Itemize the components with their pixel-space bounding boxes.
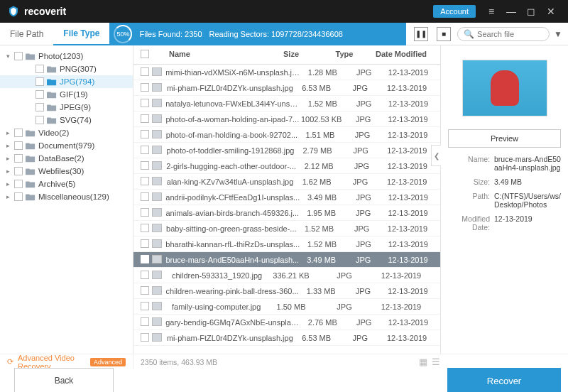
tab-file-type[interactable]: File Type bbox=[53, 23, 109, 45]
row-checkbox[interactable] bbox=[141, 114, 149, 123]
minimize-icon[interactable]: — bbox=[501, 6, 521, 17]
tree-item[interactable]: SVG(74) bbox=[0, 114, 133, 126]
tree-item[interactable]: ▸Webfiles(30) bbox=[0, 165, 133, 178]
col-size[interactable]: Size bbox=[263, 50, 320, 60]
tree-item[interactable]: ▸Archive(5) bbox=[0, 178, 133, 190]
table-row[interactable]: mi-pham-FtZL0r4DZYk-unsplash.jpg6.53 MBJ… bbox=[133, 330, 440, 346]
col-name[interactable]: Name bbox=[169, 50, 263, 60]
table-row[interactable]: children-wearing-pink-ball-dress-360...1… bbox=[133, 283, 440, 299]
table-row[interactable]: photo-of-man-holding-a-book-92702...1.51… bbox=[133, 127, 440, 143]
search-box[interactable]: 🔍 bbox=[457, 27, 550, 41]
row-checkbox[interactable] bbox=[141, 239, 149, 248]
row-checkbox[interactable] bbox=[141, 177, 149, 185]
menu-icon[interactable]: ≡ bbox=[481, 6, 501, 17]
checkbox[interactable] bbox=[14, 141, 23, 150]
chevron-icon[interactable]: ▸ bbox=[4, 180, 11, 187]
chevron-icon[interactable]: ▸ bbox=[4, 142, 11, 149]
table-row[interactable]: animals-avian-birds-branch-459326.j...1.… bbox=[133, 205, 440, 221]
view-list-icon[interactable]: ☰ bbox=[432, 356, 440, 367]
col-date[interactable]: Date Modified bbox=[369, 50, 433, 60]
row-checkbox[interactable] bbox=[141, 333, 149, 342]
chevron-icon[interactable] bbox=[26, 104, 33, 111]
chevron-icon[interactable] bbox=[26, 78, 33, 85]
back-button[interactable]: Back bbox=[14, 368, 114, 392]
table-row[interactable]: mimi-thian-vdXMSiX-n6M-unsplash.jpg1.28 … bbox=[133, 65, 440, 80]
checkbox[interactable] bbox=[36, 103, 44, 111]
row-checkbox[interactable] bbox=[141, 146, 149, 154]
tree-item[interactable]: JPEG(9) bbox=[0, 101, 133, 114]
view-grid-icon[interactable]: ▦ bbox=[419, 356, 427, 367]
table-row[interactable]: mi-pham-FtZL0r4DZYk-unsplash.jpg6.53 MBJ… bbox=[133, 80, 440, 96]
filter-icon[interactable]: ▼ bbox=[554, 29, 562, 39]
row-checkbox[interactable] bbox=[141, 83, 149, 92]
collapse-preview-icon[interactable]: ❮ bbox=[431, 145, 441, 166]
chevron-icon[interactable]: ▾ bbox=[4, 53, 11, 60]
table-row[interactable]: baby-sitting-on-green-grass-beside-...1.… bbox=[133, 221, 440, 236]
checkbox[interactable] bbox=[14, 129, 23, 137]
recover-button[interactable]: Recover bbox=[447, 368, 561, 392]
row-checkbox[interactable] bbox=[141, 208, 149, 217]
chevron-icon[interactable]: ▸ bbox=[4, 129, 11, 136]
checkbox[interactable] bbox=[14, 192, 23, 201]
stop-button[interactable]: ■ bbox=[437, 27, 451, 41]
tree-item[interactable]: ▸Video(2) bbox=[0, 126, 133, 139]
row-checkbox[interactable] bbox=[141, 255, 149, 263]
close-icon[interactable]: ✕ bbox=[541, 6, 561, 17]
tree-item[interactable]: GIF(19) bbox=[0, 88, 133, 101]
row-checkbox[interactable] bbox=[141, 161, 149, 170]
table-row[interactable]: bharathi-kannan-rfL-thiRzDs-unsplas...1.… bbox=[133, 236, 440, 252]
tree-item[interactable]: JPG(794) bbox=[0, 75, 133, 88]
table-row[interactable]: photo-of-toddler-smiling-1912868.jpg2.79… bbox=[133, 143, 440, 158]
tree-item[interactable]: PNG(307) bbox=[0, 62, 133, 75]
tree-item[interactable]: ▾Photo(1203) bbox=[0, 50, 133, 62]
checkbox[interactable] bbox=[36, 65, 44, 73]
checkbox[interactable] bbox=[36, 77, 44, 86]
table-row[interactable]: andrii-podilnyk-CFtfEeaDg1I-unsplas...3.… bbox=[133, 190, 440, 205]
maximize-icon[interactable]: ◻ bbox=[521, 6, 541, 17]
table-row[interactable]: natalya-letunova-FWxEbL34i4Y-unspl...1.5… bbox=[133, 96, 440, 111]
chevron-icon[interactable] bbox=[26, 116, 33, 124]
search-input[interactable] bbox=[477, 30, 541, 38]
row-checkbox[interactable] bbox=[141, 286, 149, 295]
table-row[interactable]: family-using-computer.jpg1.50 MBJPG12-13… bbox=[133, 299, 440, 315]
chevron-icon[interactable] bbox=[26, 91, 33, 98]
checkbox[interactable] bbox=[36, 90, 44, 99]
chevron-icon[interactable]: ▸ bbox=[4, 168, 11, 175]
row-checkbox[interactable] bbox=[141, 317, 149, 326]
checkbox[interactable] bbox=[14, 52, 23, 60]
list-body[interactable]: mimi-thian-vdXMSiX-n6M-unsplash.jpg1.28 … bbox=[133, 65, 440, 354]
tree-item[interactable]: ▸Document(979) bbox=[0, 139, 133, 152]
tree-item[interactable]: ▸DataBase(2) bbox=[0, 152, 133, 165]
row-checkbox[interactable] bbox=[141, 271, 149, 279]
pause-button[interactable]: ❚❚ bbox=[414, 27, 428, 41]
preview-button[interactable]: Preview bbox=[448, 129, 561, 148]
advanced-video-recovery[interactable]: ⟳ Advanced Video Recovery Advanced bbox=[0, 354, 133, 369]
checkbox[interactable] bbox=[36, 116, 44, 124]
table-row[interactable]: children-593313_1920.jpg336.21 KBJPG12-1… bbox=[133, 268, 440, 283]
chevron-icon[interactable]: ▸ bbox=[4, 193, 11, 200]
chevron-icon[interactable] bbox=[26, 65, 33, 72]
chevron-icon[interactable]: ▸ bbox=[4, 155, 11, 162]
col-type[interactable]: Type bbox=[320, 50, 369, 60]
tab-file-path[interactable]: File Path bbox=[0, 23, 53, 45]
row-checkbox[interactable] bbox=[141, 130, 149, 138]
file-date: 12-13-2019 bbox=[382, 162, 433, 170]
tree-item[interactable]: ▸Miscellaneous(129) bbox=[0, 190, 133, 203]
checkbox[interactable] bbox=[14, 154, 23, 163]
table-row[interactable]: bruce-mars-AndE50aaHn4-unsplash...3.49 M… bbox=[133, 252, 440, 268]
row-checkbox[interactable] bbox=[141, 67, 149, 76]
checkbox[interactable] bbox=[14, 167, 23, 175]
table-row[interactable]: photo-of-a-woman-holding-an-ipad-7...100… bbox=[133, 111, 440, 127]
file-type: JPG bbox=[344, 99, 383, 108]
row-checkbox[interactable] bbox=[141, 224, 149, 232]
row-checkbox[interactable] bbox=[141, 302, 149, 310]
file-size: 1.52 MB bbox=[300, 99, 344, 108]
row-checkbox[interactable] bbox=[141, 99, 149, 107]
row-checkbox[interactable] bbox=[141, 192, 149, 201]
table-row[interactable]: gary-bendig-6GMq7AGxNbE-unsplas...2.76 M… bbox=[133, 315, 440, 330]
checkbox[interactable] bbox=[14, 180, 23, 188]
account-button[interactable]: Account bbox=[433, 5, 476, 18]
table-row[interactable]: 2-girls-hugging-each-other-outdoor-...2.… bbox=[133, 158, 440, 174]
table-row[interactable]: alan-king-KZv7w34tluA-unsplash.jpg1.62 M… bbox=[133, 174, 440, 190]
select-all-checkbox[interactable] bbox=[141, 50, 149, 58]
